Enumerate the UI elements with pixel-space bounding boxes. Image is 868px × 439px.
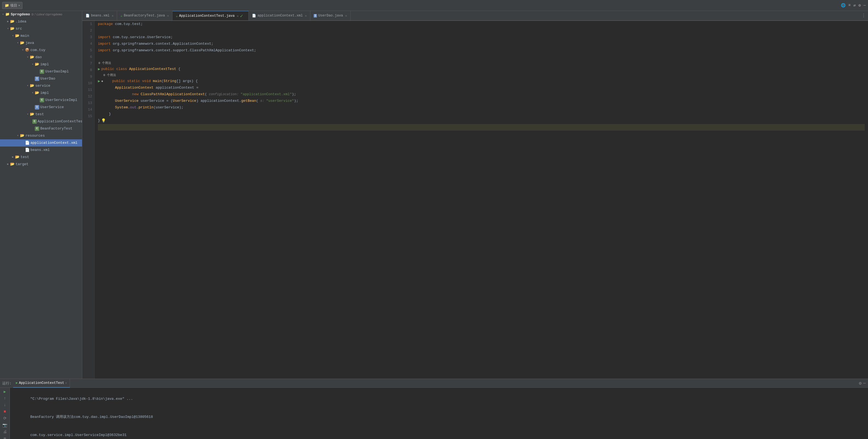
tree-dao[interactable]: ▾ 📂 dao <box>0 54 82 61</box>
settings-icon[interactable]: ⚙ <box>859 3 861 8</box>
resources-folder-icon: 📂 <box>20 133 25 138</box>
tree-dao-impl[interactable]: ▾ 📂 impl <box>0 61 82 68</box>
run-label: 运行: <box>2 381 11 386</box>
output-cmd: "C:\Program Files\Java\jdk-1.8\bin\java.… <box>13 390 865 408</box>
tree-appcontext-xml[interactable]: ▶ 📄 applicationContext.xml <box>0 139 82 147</box>
run-button-7[interactable]: ▶ <box>98 66 100 72</box>
test-folder-label: test <box>21 154 29 160</box>
beans-xml-label: beans.xml <box>30 147 50 153</box>
appcontext-xml-label: applicationContext.xml <box>30 140 78 146</box>
tree-main[interactable]: ▾ 📂 main <box>0 32 82 39</box>
tree-test-folder[interactable]: ▶ 📂 test <box>0 154 82 161</box>
line-num-12: 12 <box>85 93 92 100</box>
tab-beanfactory-close[interactable]: ✕ <box>167 14 169 18</box>
camera-icon[interactable]: 📷 <box>1 423 8 428</box>
scroll-down-button[interactable]: ↓ <box>1 403 8 407</box>
transfer-icon[interactable]: ⇄ <box>854 3 856 8</box>
output-panel: "C:\Program Files\Java\jdk-1.8\bin\java.… <box>10 388 868 439</box>
tree-java[interactable]: ▾ 📂 java <box>0 39 82 47</box>
tree-test-pkg[interactable]: ▾ 📂 test <box>0 111 82 118</box>
main-folder-icon: 📂 <box>15 33 20 38</box>
run-button[interactable]: ▶ <box>1 389 8 394</box>
tree-root[interactable]: ▾ 📁 Sprngdemo D:\idea\Sprngdemo <box>0 11 82 18</box>
bottom-settings-icon[interactable]: ⚙ <box>859 381 862 386</box>
line-num-15: 15 <box>85 113 92 120</box>
print-button[interactable]: 🖨 <box>1 430 8 434</box>
line-num-2: 2 <box>85 27 92 34</box>
stop-button[interactable]: ■ <box>1 409 8 414</box>
line-num-4: 4 <box>85 40 92 47</box>
tree-userserviceimpl[interactable]: ▶ C UserServiceImpl <box>0 96 82 104</box>
tree-appcontexttest[interactable]: ▶ C ApplicationContextTest <box>0 118 82 125</box>
expand-arrow: ▾ <box>26 111 30 117</box>
code-line-9: ApplicationContext applicationContext = <box>98 85 865 91</box>
root-folder-icon: 📁 <box>5 12 10 17</box>
code-line-8: ▶ ◆ public static void main ( String [] … <box>98 78 865 85</box>
tree-userdao[interactable]: ▶ I UserDao <box>0 75 82 82</box>
svc-impl-label: impl <box>40 90 49 96</box>
project-dropdown[interactable]: 📁 项目 ▾ <box>2 2 23 9</box>
pkg-folder-icon: 📦 <box>25 48 30 53</box>
idea-folder-icon: 📂 <box>10 19 15 24</box>
tab-more-button[interactable]: ⋮ <box>859 13 868 19</box>
scroll-up-button[interactable]: ↑ <box>1 396 8 401</box>
run-button-8[interactable]: ▶ <box>98 78 100 85</box>
tree-com-tuy[interactable]: ▾ 📦 com.tuy <box>0 47 82 54</box>
line-num-14: 14 <box>85 107 92 113</box>
bottom-close-button[interactable]: — <box>863 381 866 386</box>
class-icon: C <box>39 69 44 74</box>
chevron-down-icon: ▾ <box>19 4 20 7</box>
bottom-content: ▶ ↑ ↓ ■ ⟳ 📷 🖨 ⊞ "C:\Program Files\Java\j… <box>0 388 868 439</box>
tree-target[interactable]: ▶ 📂 target <box>0 161 82 168</box>
interface-icon: I <box>35 105 39 110</box>
tab-userdao[interactable]: I UserDao.java ✕ <box>310 11 351 21</box>
tree-beans-xml[interactable]: ▶ 📄 beans.xml <box>0 147 82 154</box>
bulb-icon[interactable]: 💡 <box>101 117 106 124</box>
tree-svc-impl[interactable]: ▾ 📂 impl <box>0 89 82 96</box>
tree-resources[interactable]: ▾ 📂 resources <box>0 132 82 139</box>
tree-service[interactable]: ▾ 📂 service <box>0 82 82 89</box>
bottom-tab-appcontexttest[interactable]: ▶ ApplicationContextTest ✕ <box>13 379 70 388</box>
code-line-7: ▶ public class ApplicationContextTest { <box>98 66 865 72</box>
expand-arrow: ▾ <box>16 133 20 139</box>
tab-appcontexttest-close[interactable]: ✕ <box>237 14 239 18</box>
idea-label: .idea <box>16 19 26 25</box>
tab-userdao-close[interactable]: ✕ <box>345 14 347 18</box>
globe-icon[interactable]: 🌐 <box>841 3 845 8</box>
list-icon[interactable]: ≡ <box>848 3 850 8</box>
tab-appcontext-xml[interactable]: 📄 applicationContext.xml ✕ <box>249 11 310 21</box>
code-line-3: import com.tuy.service.UserService; <box>98 34 865 40</box>
line-num-10: 10 <box>85 80 92 87</box>
tree-userdaoimpl[interactable]: ▶ C UserDaoImpl <box>0 68 82 75</box>
expand-arrow: ▾ <box>26 54 30 60</box>
top-bar: 📁 项目 ▾ 🌐 ≡ ⇄ ⚙ — <box>0 0 868 11</box>
tab-beanfactory[interactable]: ☕ BeanFactoryTest.java ✕ <box>117 11 173 21</box>
resources-label: resources <box>26 133 45 139</box>
minimize-icon[interactable]: — <box>864 3 866 8</box>
main-label: main <box>21 33 29 39</box>
tab-beans-xml[interactable]: 📄 beans.xml ✕ <box>82 11 117 21</box>
output-service-impl: com.tuy.service.impl.UserServiceImpl@363… <box>13 426 865 439</box>
bottom-tab-close[interactable]: ✕ <box>65 381 67 385</box>
main-method-count: 0 个用法 <box>103 72 116 79</box>
tree-idea[interactable]: ▶ 📂 .idea <box>0 18 82 25</box>
root-path: D:\idea\Sprngdemo <box>32 11 62 18</box>
tab-appcontexttest[interactable]: ☕ ApplicationContextTest.java ✕ ✓ <box>173 11 249 21</box>
tree-userservice[interactable]: ▶ I UserService <box>0 104 82 111</box>
tab-appcontext-xml-close[interactable]: ✕ <box>305 14 307 18</box>
target-folder-icon: 📂 <box>10 162 15 167</box>
layout-button[interactable]: ⊞ <box>1 436 8 439</box>
tree-src[interactable]: ▾ 📂 src <box>0 25 82 32</box>
tab-beans-xml-close[interactable]: ✕ <box>112 14 114 18</box>
expand-arrow: ▾ <box>31 90 35 96</box>
code-line-4: import org.springframework.context.Appli… <box>98 40 865 47</box>
impl-folder-icon: 📂 <box>35 62 39 67</box>
tab-appcontexttest-icon: ☕ <box>176 14 178 18</box>
code-content[interactable]: package com.tuy.test; import com.tuy.ser… <box>95 21 868 379</box>
tab-beanfactory-icon: ☕ <box>120 14 122 18</box>
folder-icon: 📁 <box>5 3 9 8</box>
bottom-tab-bar: 运行: ▶ ApplicationContextTest ✕ ⚙ — <box>0 379 868 388</box>
tree-beanfactorytest[interactable]: ▶ C BeanFactoryTest <box>0 125 82 132</box>
rerun-button[interactable]: ⟳ <box>1 416 8 420</box>
tab-appcontext-xml-label: applicationContext.xml <box>257 14 303 18</box>
